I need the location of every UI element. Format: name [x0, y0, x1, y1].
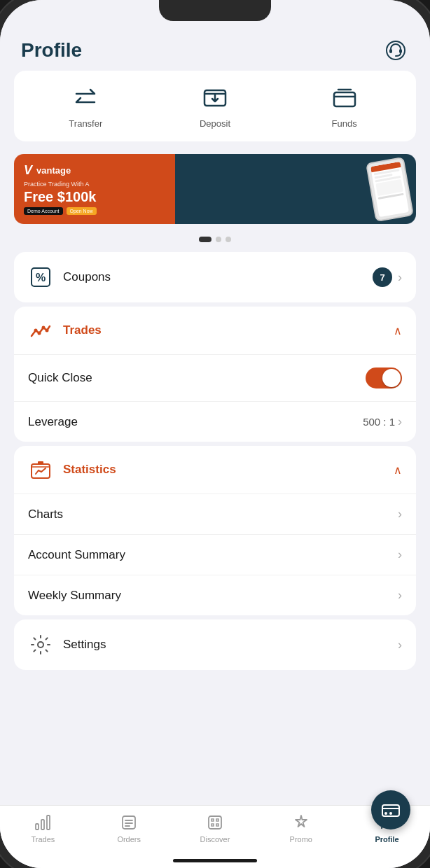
- settings-chevron: ›: [398, 638, 402, 652]
- charts-item[interactable]: Charts ›: [14, 494, 416, 535]
- header: Profile: [0, 24, 430, 71]
- leverage-value: 500 : 1: [363, 416, 395, 428]
- coupons-section: % Coupons 7 ›: [14, 252, 416, 302]
- coupon-icon: %: [28, 265, 53, 290]
- svg-text:%: %: [36, 272, 46, 284]
- transfer-label: Transfer: [69, 118, 102, 129]
- banner-subtitle: Practice Trading With A: [24, 181, 226, 188]
- vantage-text: vantage: [36, 165, 71, 176]
- promo-banner[interactable]: V vantage Practice Trading With A Free $…: [14, 154, 416, 224]
- deposit-label: Deposit: [200, 118, 230, 129]
- nav-orders-icon: [119, 813, 139, 832]
- svg-rect-21: [209, 816, 221, 829]
- nav-promo-icon: [291, 813, 311, 832]
- deposit-action[interactable]: Deposit: [187, 83, 243, 129]
- trades-header[interactable]: Trades ∧: [14, 307, 416, 355]
- scroll-content: Profile: [0, 0, 430, 868]
- deposit-icon: [200, 83, 230, 113]
- banner-image: [215, 154, 416, 224]
- support-button[interactable]: [382, 37, 409, 64]
- svg-point-13: [38, 642, 43, 648]
- quick-actions: Transfer Deposit: [14, 71, 416, 141]
- quick-close-toggle[interactable]: [366, 368, 402, 388]
- charts-chevron: ›: [398, 507, 402, 522]
- open-badge: Open Now: [67, 207, 97, 215]
- banner-main-text: Free $100k: [24, 189, 226, 205]
- svg-rect-20: [123, 816, 135, 829]
- weekly-summary-label: Weekly Summary: [28, 589, 398, 603]
- statistics-label: Statistics: [63, 463, 394, 477]
- settings-item[interactable]: Settings ›: [14, 620, 416, 670]
- svg-rect-17: [36, 824, 39, 830]
- quick-close-item: Quick Close: [14, 355, 416, 402]
- transfer-icon: [71, 83, 100, 113]
- nav-orders-label: Orders: [117, 835, 141, 844]
- svg-rect-4: [334, 92, 355, 106]
- coupons-item[interactable]: % Coupons 7 ›: [14, 252, 416, 302]
- carousel-dots: [0, 237, 430, 242]
- svg-point-7: [34, 329, 38, 332]
- dot-1[interactable]: [199, 237, 211, 242]
- settings-section: Settings ›: [14, 620, 416, 670]
- coupons-label: Coupons: [63, 270, 373, 284]
- page-title: Profile: [21, 39, 82, 62]
- coupons-badge: 7: [373, 267, 392, 287]
- funds-action[interactable]: Funds: [317, 83, 373, 129]
- nav-discover-icon: [205, 813, 225, 832]
- mockup-screen: [370, 161, 409, 216]
- svg-point-9: [42, 326, 46, 330]
- weekly-summary-chevron: ›: [398, 588, 402, 603]
- trades-icon: [28, 318, 53, 343]
- demo-badge: Demo Account: [24, 207, 63, 215]
- svg-point-15: [384, 812, 387, 815]
- svg-point-16: [389, 812, 392, 815]
- svg-rect-18: [41, 820, 44, 830]
- nav-promo[interactable]: Promo: [258, 813, 344, 844]
- vantage-v: V: [24, 163, 32, 178]
- dot-3[interactable]: [226, 237, 231, 242]
- notch: [159, 0, 271, 21]
- funds-icon: [330, 83, 359, 113]
- nav-promo-label: Promo: [290, 835, 312, 844]
- statistics-chevron: ∧: [394, 463, 402, 477]
- toggle-thumb: [382, 369, 401, 387]
- funds-label: Funds: [332, 118, 357, 129]
- dot-2[interactable]: [216, 237, 221, 242]
- nav-orders[interactable]: Orders: [86, 813, 172, 844]
- nav-discover-label: Discover: [200, 835, 230, 844]
- nav-discover[interactable]: Discover: [172, 813, 258, 844]
- statistics-icon: [28, 457, 53, 482]
- banner-content: V vantage Practice Trading With A Free $…: [14, 156, 235, 222]
- phone-mockup: [366, 156, 414, 221]
- leverage-item[interactable]: Leverage 500 : 1 ›: [14, 402, 416, 442]
- transfer-action[interactable]: Transfer: [57, 83, 113, 129]
- quick-close-label: Quick Close: [28, 371, 366, 385]
- leverage-chevron: ›: [398, 414, 402, 429]
- svg-point-10: [46, 329, 49, 332]
- nav-trades-label: Trades: [31, 835, 55, 844]
- phone-screen: Profile: [0, 0, 430, 868]
- trades-label: Trades: [63, 323, 394, 337]
- coupons-chevron: ›: [398, 270, 402, 285]
- svg-rect-1: [389, 49, 392, 53]
- banner-badges: Demo Account Open Now: [24, 207, 226, 215]
- fab-button[interactable]: [371, 790, 410, 830]
- account-summary-chevron: ›: [398, 547, 402, 562]
- weekly-summary-item[interactable]: Weekly Summary ›: [14, 575, 416, 615]
- leverage-label: Leverage: [28, 415, 363, 429]
- settings-label: Settings: [63, 638, 398, 652]
- trades-section: Trades ∧ Quick Close Leverage 500 : 1 ›: [14, 307, 416, 442]
- svg-point-8: [38, 332, 41, 335]
- statistics-header[interactable]: Statistics ∧: [14, 446, 416, 494]
- svg-rect-12: [38, 461, 43, 465]
- statistics-section: Statistics ∧ Charts › Account Summary › …: [14, 446, 416, 615]
- account-summary-item[interactable]: Account Summary ›: [14, 535, 416, 575]
- trades-chevron: ∧: [394, 324, 402, 337]
- charts-label: Charts: [28, 507, 398, 522]
- nav-trades-icon: [33, 813, 53, 832]
- home-bar: [173, 859, 257, 862]
- banner-logo: V vantage: [24, 163, 226, 178]
- settings-icon: [28, 632, 53, 657]
- phone-shell: Profile: [0, 0, 430, 868]
- nav-trades[interactable]: Trades: [0, 813, 86, 844]
